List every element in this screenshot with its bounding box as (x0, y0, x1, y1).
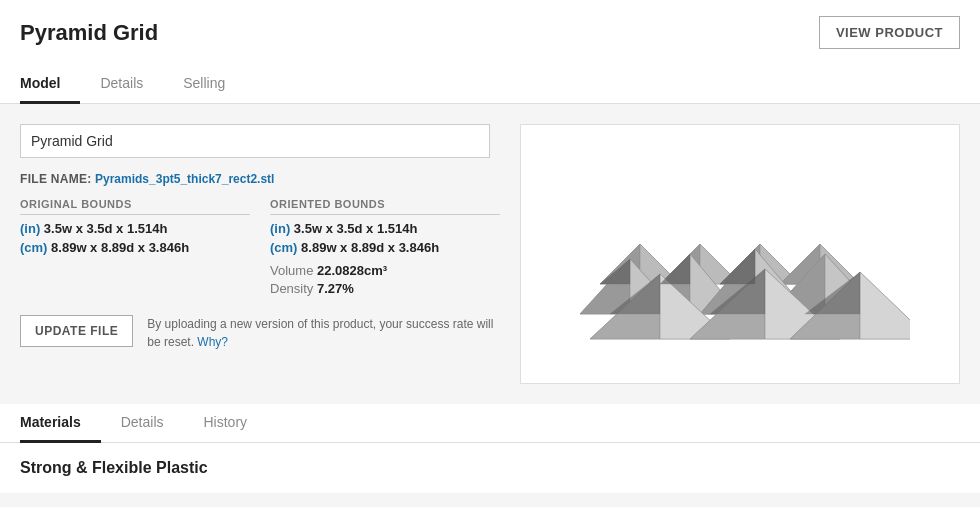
bounds-section: ORIGINAL BOUNDS (in) 3.5w x 3.5d x 1.514… (20, 198, 500, 299)
view-product-button[interactable]: VIEW PRODUCT (819, 16, 960, 49)
sub-tab-history[interactable]: History (184, 404, 268, 443)
materials-heading: Strong & Flexible Plastic (20, 459, 960, 477)
tab-selling[interactable]: Selling (163, 65, 245, 104)
density-row: Density 7.27% (270, 281, 500, 296)
model-preview (520, 124, 960, 384)
original-cm-dims: 8.89w x 8.89d x 3.846h (51, 240, 189, 255)
svg-marker-33 (600, 259, 630, 284)
page-title: Pyramid Grid (20, 20, 158, 46)
original-in-dims: 3.5w x 3.5d x 1.514h (44, 221, 168, 236)
volume-value: 22.0828cm³ (317, 263, 387, 278)
sub-content: Strong & Flexible Plastic (0, 443, 980, 493)
tab-model[interactable]: Model (20, 65, 80, 104)
main-tabs: Model Details Selling (20, 65, 960, 103)
extra-props: Volume 22.0828cm³ Density 7.27% (270, 263, 500, 296)
why-link[interactable]: Why? (197, 335, 228, 349)
sub-tab-details[interactable]: Details (101, 404, 184, 443)
original-cm-unit: (cm) (20, 240, 47, 255)
sub-tabs-bar: Materials Details History (0, 404, 980, 443)
file-name-label: FILE NAME: (20, 172, 92, 186)
original-in-unit: (in) (20, 221, 40, 236)
original-bounds-in: (in) 3.5w x 3.5d x 1.514h (20, 221, 250, 236)
left-panel: FILE NAME: Pyramids_3pt5_thick7_rect2.st… (20, 124, 500, 384)
oriented-cm-unit: (cm) (270, 240, 297, 255)
oriented-in-unit: (in) (270, 221, 290, 236)
svg-marker-35 (720, 249, 755, 284)
density-value: 7.27% (317, 281, 354, 296)
oriented-bounds: ORIENTED BOUNDS (in) 3.5w x 3.5d x 1.514… (270, 198, 500, 299)
header-top: Pyramid Grid VIEW PRODUCT (20, 16, 960, 61)
file-name-row: FILE NAME: Pyramids_3pt5_thick7_rect2.st… (20, 172, 500, 186)
volume-label: Volume (270, 263, 313, 278)
page-header: Pyramid Grid VIEW PRODUCT Model Details … (0, 0, 980, 104)
update-note: By uploading a new version of this produ… (147, 315, 500, 351)
oriented-in-dims: 3.5w x 3.5d x 1.514h (294, 221, 418, 236)
original-bounds-cm: (cm) 8.89w x 8.89d x 3.846h (20, 240, 250, 255)
oriented-bounds-cm: (cm) 8.89w x 8.89d x 3.846h (270, 240, 500, 255)
oriented-bounds-in: (in) 3.5w x 3.5d x 1.514h (270, 221, 500, 236)
original-bounds: ORIGINAL BOUNDS (in) 3.5w x 3.5d x 1.514… (20, 198, 250, 299)
pyramid-illustration (570, 154, 910, 354)
tab-details[interactable]: Details (80, 65, 163, 104)
file-name-value: Pyramids_3pt5_thick7_rect2.stl (95, 172, 274, 186)
oriented-bounds-header: ORIENTED BOUNDS (270, 198, 500, 215)
volume-row: Volume 22.0828cm³ (270, 263, 500, 278)
oriented-cm-dims: 8.89w x 8.89d x 3.846h (301, 240, 439, 255)
model-name-input[interactable] (20, 124, 490, 158)
svg-marker-32 (860, 272, 910, 339)
content-area: FILE NAME: Pyramids_3pt5_thick7_rect2.st… (0, 104, 980, 404)
density-label: Density (270, 281, 313, 296)
sub-tab-materials[interactable]: Materials (20, 404, 101, 443)
update-file-section: UPDATE FILE By uploading a new version o… (20, 315, 500, 351)
update-file-button[interactable]: UPDATE FILE (20, 315, 133, 347)
original-bounds-header: ORIGINAL BOUNDS (20, 198, 250, 215)
